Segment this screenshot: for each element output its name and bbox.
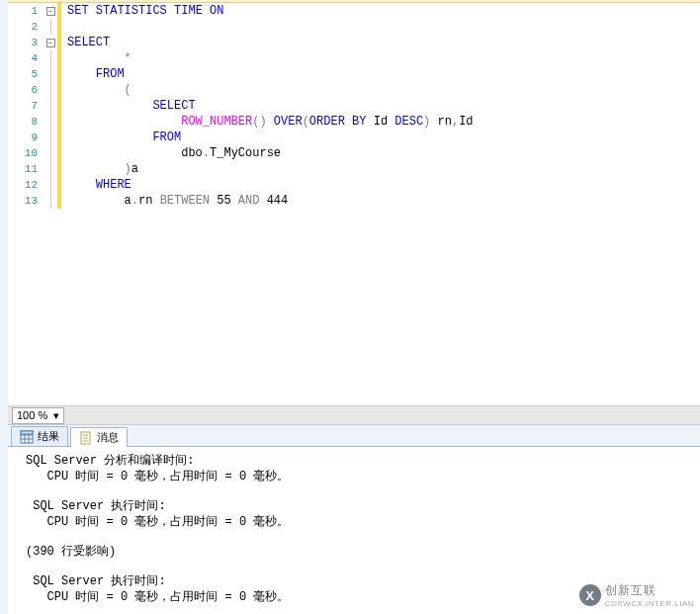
code-text[interactable]: SELECT [61, 35, 110, 50]
code-line[interactable]: 3−SELECT [8, 35, 700, 50]
message-block: SQL Server 分析和编译时间: CPU 时间 = 0 毫秒，占用时间 =… [26, 453, 698, 484]
watermark-logo-icon: X [579, 584, 601, 606]
code-text[interactable]: FROM [61, 130, 181, 145]
fold-gutter[interactable] [44, 19, 57, 35]
message-block: (390 行受影响) [26, 544, 698, 560]
results-tabs-bar: 结果 消息 [8, 425, 700, 447]
fold-gutter[interactable] [44, 66, 57, 82]
fold-gutter[interactable] [44, 193, 57, 209]
code-editor[interactable]: 1−SET STATISTICS TIME ON23−SELECT4 *5 FR… [8, 3, 700, 403]
message-line: (390 行受影响) [26, 544, 698, 560]
code-line[interactable]: 1−SET STATISTICS TIME ON [8, 3, 700, 19]
fold-gutter[interactable] [44, 145, 57, 161]
code-text[interactable]: ( [61, 82, 131, 98]
code-line[interactable]: 7 SELECT [8, 98, 700, 114]
grid-icon [20, 430, 34, 444]
watermark: X 创新互联 CDXWCX.INTER.LIAN [579, 582, 694, 608]
tab-results[interactable]: 结果 [11, 426, 68, 446]
code-text[interactable]: * [61, 50, 131, 66]
code-line[interactable]: 5 FROM [8, 66, 700, 82]
code-text[interactable]: FROM [61, 66, 125, 82]
line-number: 3 [8, 35, 44, 50]
line-number: 13 [8, 193, 44, 209]
fold-guide [50, 82, 51, 98]
message-line: SQL Server 分析和编译时间: [26, 453, 698, 469]
message-line: CPU 时间 = 0 毫秒，占用时间 = 0 毫秒。 [26, 514, 698, 530]
tab-results-label: 结果 [38, 429, 59, 444]
fold-gutter[interactable] [44, 177, 57, 193]
code-line[interactable]: 2 [8, 19, 700, 35]
code-text[interactable]: SELECT [61, 98, 196, 114]
code-line[interactable]: 4 * [8, 50, 700, 66]
svg-rect-5 [21, 431, 33, 434]
zoom-value: 100 % [17, 409, 47, 421]
code-line[interactable]: 13 a.rn BETWEEN 55 AND 444 [8, 193, 700, 209]
code-text[interactable] [61, 19, 67, 35]
fold-collapse-icon[interactable]: − [46, 7, 55, 16]
fold-collapse-icon[interactable]: − [46, 39, 55, 47]
fold-gutter[interactable]: − [44, 3, 57, 19]
fold-guide [50, 177, 51, 193]
fold-guide [50, 66, 51, 82]
code-line[interactable]: 10 dbo.T_MyCourse [8, 145, 700, 161]
code-text[interactable]: ROW_NUMBER() OVER(ORDER BY Id DESC) rn,I… [61, 114, 474, 130]
fold-guide [50, 193, 51, 209]
fold-gutter[interactable]: − [44, 35, 57, 50]
line-number: 8 [8, 114, 44, 130]
fold-gutter[interactable] [44, 161, 57, 177]
line-number: 9 [8, 130, 44, 145]
code-text[interactable]: a.rn BETWEEN 55 AND 444 [61, 193, 288, 209]
zoom-dropdown[interactable]: 100 % ▾ [12, 407, 64, 424]
fold-guide [50, 161, 51, 177]
fold-gutter[interactable] [44, 98, 57, 114]
fold-guide [50, 50, 51, 66]
watermark-text-en: CDXWCX.INTER.LIAN [605, 599, 694, 608]
fold-gutter[interactable] [44, 114, 57, 130]
code-text[interactable]: )a [61, 161, 138, 177]
message-line: CPU 时间 = 0 毫秒，占用时间 = 0 毫秒。 [26, 469, 698, 484]
line-number: 2 [8, 19, 44, 35]
document-icon [79, 431, 93, 445]
fold-guide [50, 145, 51, 161]
line-number: 5 [8, 66, 44, 82]
fold-guide [50, 130, 51, 145]
message-line: SQL Server 执行时间: [26, 498, 698, 514]
fold-guide [50, 98, 51, 114]
code-text[interactable]: SET STATISTICS TIME ON [61, 3, 223, 19]
fold-guide [50, 114, 51, 130]
zoom-bar: 100 % ▾ [8, 405, 700, 425]
code-line[interactable]: 9 FROM [8, 130, 700, 145]
left-margin [0, 0, 8, 614]
chevron-down-icon: ▾ [53, 409, 59, 422]
code-line[interactable]: 8 ROW_NUMBER() OVER(ORDER BY Id DESC) rn… [8, 114, 700, 130]
fold-guide [50, 19, 51, 35]
code-line[interactable]: 6 ( [8, 82, 700, 98]
fold-gutter[interactable] [44, 50, 57, 66]
code-text[interactable]: WHERE [61, 177, 131, 193]
tab-messages-label: 消息 [97, 430, 119, 445]
code-line[interactable]: 12 WHERE [8, 177, 700, 193]
line-number: 7 [8, 98, 44, 114]
line-number: 4 [8, 50, 44, 66]
watermark-text-cn: 创新互联 [605, 582, 694, 599]
line-number: 10 [8, 145, 44, 161]
line-number: 12 [8, 177, 44, 193]
line-number: 6 [8, 82, 44, 98]
fold-gutter[interactable] [44, 130, 57, 145]
line-number: 1 [8, 3, 44, 19]
fold-gutter[interactable] [44, 82, 57, 98]
line-number: 11 [8, 161, 44, 177]
message-block: SQL Server 执行时间: CPU 时间 = 0 毫秒，占用时间 = 0 … [26, 498, 698, 530]
code-text[interactable]: dbo.T_MyCourse [61, 145, 281, 161]
tab-messages[interactable]: 消息 [70, 427, 128, 447]
code-line[interactable]: 11 )a [8, 161, 700, 177]
